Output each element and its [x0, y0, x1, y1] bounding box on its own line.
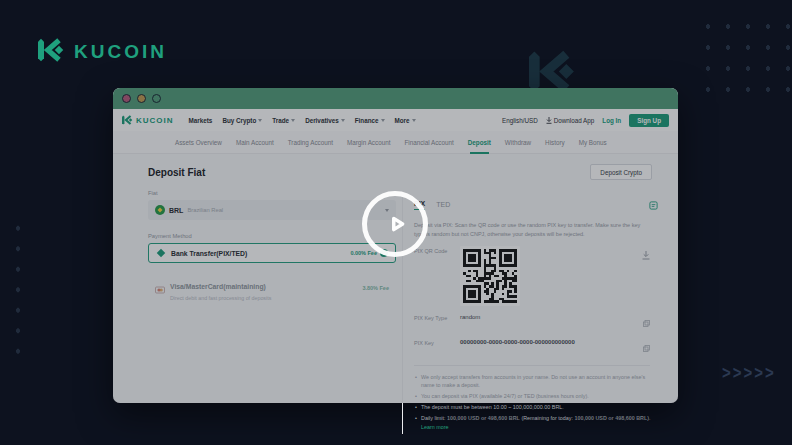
dot-grid-left [8, 218, 24, 360]
chevron-decor: >>>>> [722, 362, 776, 382]
dot-grid-top-right [698, 16, 792, 108]
note-daily-limit: Daily limit: 100,000 USD or 498,600 BRL … [414, 414, 652, 430]
kucoin-logo-icon [38, 38, 65, 66]
browser-window: KUCOIN Markets Buy Crypto Trade Derivati… [113, 88, 678, 403]
play-icon [384, 211, 410, 237]
kucoin-logo: KUCOIN [38, 38, 167, 66]
video-overlay [113, 88, 678, 403]
learn-more-link[interactable]: Learn more [421, 424, 449, 430]
play-button[interactable] [362, 191, 428, 257]
kucoin-logo-text: KUCOIN [74, 41, 167, 63]
hero-background: >>>>> KUCOIN [0, 0, 792, 445]
note-item: The deposit must be between 10.00 ~ 100,… [414, 403, 652, 411]
